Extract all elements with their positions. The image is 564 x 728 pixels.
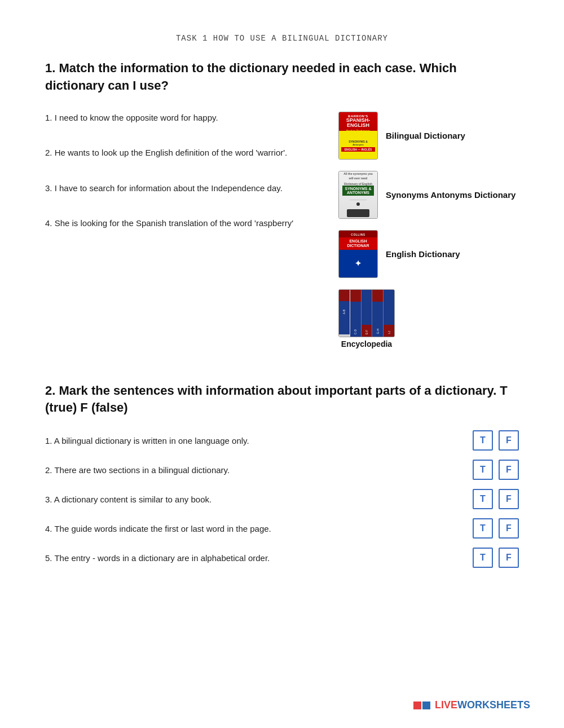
tf-statement-3: 3. A dictionary content is similar to an…: [45, 493, 461, 505]
footer-worksheets-text: WORKSHEETS: [457, 699, 530, 711]
logo-squares: [413, 701, 430, 709]
bilingual-dictionary-label: Bilingual Dictionary: [386, 130, 465, 142]
logo-square-blue: [422, 701, 430, 709]
encyclopedia-label: Encyclopedia: [338, 339, 395, 348]
dict-row-bilingual: BARRON'S SPANISH-ENGLISH Pocket Dictiona…: [338, 112, 519, 160]
tf-row-2: 2. There are two sections in a bilingual…: [45, 460, 519, 480]
tf-statement-5: 5. The entry - words in a dictionary are…: [45, 552, 461, 564]
tf-statement-4: 4. The guide words indicate the first or…: [45, 523, 461, 535]
task2-heading: 2. Mark the sentences with information a…: [45, 382, 519, 417]
task1-dictionaries: BARRON'S SPANISH-ENGLISH Pocket Dictiona…: [338, 112, 519, 348]
english-dictionary-label: English Dictionary: [386, 248, 460, 260]
tf-buttons-2: T F: [473, 460, 519, 480]
dict-row-encyclopedia: A-B C-D E-F G-H I-J: [338, 289, 519, 348]
svg-rect-0: [413, 701, 421, 709]
question-item-3: 3. I have to search for information abou…: [45, 182, 316, 195]
tf-row-4: 4. The guide words indicate the first or…: [45, 518, 519, 539]
tf-true-btn-4[interactable]: T: [473, 518, 493, 539]
tf-statement-1: 1. A bilingual dictionary is written in …: [45, 435, 461, 447]
tf-true-btn-2[interactable]: T: [473, 460, 493, 480]
dict-row-synonyms: All the synonyms you will ever need Dict…: [338, 171, 519, 219]
dict-row-english: COLLINS ENGLISH DICTIONAR ✦ English Dict…: [338, 230, 519, 278]
tf-false-btn-1[interactable]: F: [499, 430, 519, 451]
task1-heading: 1. Match the information to the dictiona…: [45, 60, 519, 95]
tf-row-3: 3. A dictionary content is similar to an…: [45, 489, 519, 509]
logo-square-red: [413, 701, 421, 709]
tf-true-btn-1[interactable]: T: [473, 430, 493, 451]
page-title: TASK 1 HOW TO USE A BILINGUAL DICTIONARY: [45, 34, 519, 43]
synonyms-dictionary-label: Synonyms Antonyms Dictionary: [386, 189, 515, 201]
tf-false-btn-3[interactable]: F: [499, 489, 519, 509]
english-dictionary-image: COLLINS ENGLISH DICTIONAR ✦: [338, 230, 378, 278]
tf-true-btn-5[interactable]: T: [473, 548, 493, 568]
tf-false-btn-2[interactable]: F: [499, 460, 519, 480]
question-item-1: 1. I need to know the opposite word for …: [45, 112, 316, 125]
tf-row-1: 1. A bilingual dictionary is written in …: [45, 430, 519, 451]
synonyms-dictionary-image: All the synonyms you will ever need Dict…: [338, 171, 378, 219]
question-item-2: 2. He wants to look up the English defin…: [45, 147, 316, 160]
tf-row-5: 5. The entry - words in a dictionary are…: [45, 548, 519, 568]
tf-buttons-1: T F: [473, 430, 519, 451]
tf-buttons-3: T F: [473, 489, 519, 509]
encyclopedia-image: A-B C-D E-F G-H I-J: [338, 289, 395, 337]
question-item-4: 4. She is looking for the Spanish transl…: [45, 217, 316, 230]
tf-buttons-5: T F: [473, 548, 519, 568]
svg-rect-1: [422, 701, 430, 709]
tf-false-btn-5[interactable]: F: [499, 548, 519, 568]
footer-live-text: LIVE: [435, 699, 457, 711]
footer: LIVEWORKSHEETS: [413, 699, 530, 711]
tf-statement-2: 2. There are two sections in a bilingual…: [45, 464, 461, 476]
task1-questions: 1. I need to know the opposite word for …: [45, 112, 316, 348]
footer-brand: LIVEWORKSHEETS: [435, 699, 530, 711]
tf-false-btn-4[interactable]: F: [499, 518, 519, 539]
tf-true-btn-3[interactable]: T: [473, 489, 493, 509]
bilingual-dictionary-image: BARRON'S SPANISH-ENGLISH Pocket Dictiona…: [338, 112, 378, 160]
task2-section: 2. Mark the sentences with information a…: [45, 382, 519, 568]
task1-container: 1. I need to know the opposite word for …: [45, 112, 519, 348]
tf-buttons-4: T F: [473, 518, 519, 539]
